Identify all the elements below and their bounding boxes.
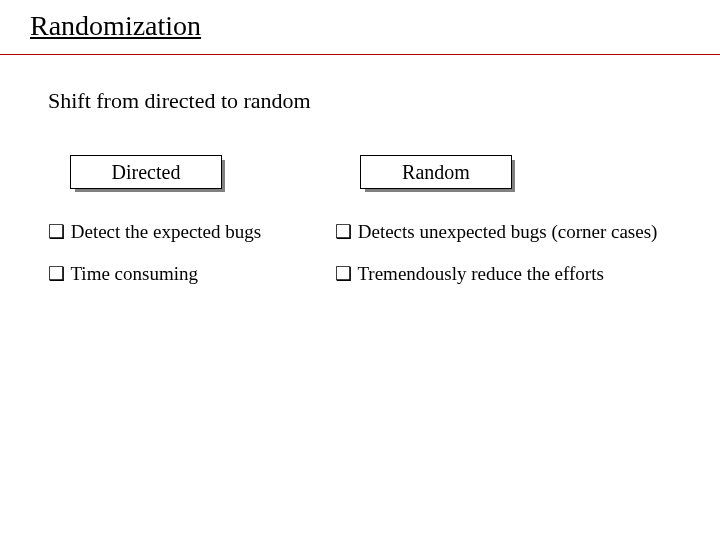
list-item-text: Time consuming	[70, 263, 198, 284]
list-item-text: Tremendously reduce the efforts	[357, 263, 603, 284]
bullet-icon: ❑	[335, 218, 353, 246]
bullet-icon: ❑	[335, 260, 353, 288]
title-divider	[0, 54, 720, 55]
box-label: Random	[360, 155, 512, 189]
box-directed: Directed	[70, 155, 222, 189]
box-random: Random	[360, 155, 512, 189]
slide-title: Randomization	[30, 10, 201, 42]
bullet-icon: ❑	[48, 218, 66, 246]
bullet-icon: ❑	[48, 260, 66, 288]
list-item: ❑ Tremendously reduce the efforts	[335, 260, 695, 288]
list-item: ❑ Time consuming	[48, 260, 318, 288]
subtitle: Shift from directed to random	[48, 88, 311, 114]
column-random: ❑ Detects unexpected bugs (corner cases)…	[335, 218, 695, 301]
box-label: Directed	[70, 155, 222, 189]
list-item: ❑ Detect the expected bugs	[48, 218, 318, 246]
column-directed: ❑ Detect the expected bugs ❑ Time consum…	[48, 218, 318, 301]
slide: Randomization Shift from directed to ran…	[0, 0, 720, 540]
list-item-text: Detect the expected bugs	[71, 221, 261, 242]
list-item: ❑ Detects unexpected bugs (corner cases)	[335, 218, 695, 246]
list-item-text: Detects unexpected bugs (corner cases)	[358, 221, 658, 242]
